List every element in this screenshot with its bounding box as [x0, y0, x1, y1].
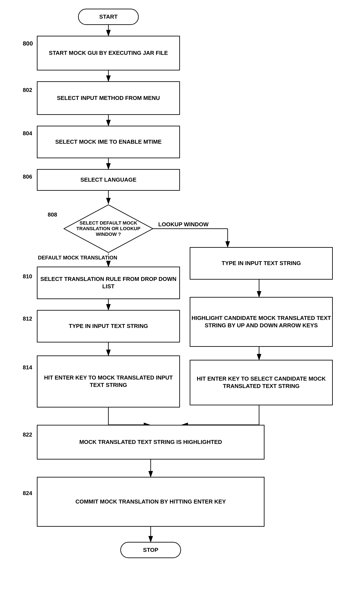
- node-812: TYPE IN INPUT TEXT STRING: [37, 310, 180, 342]
- label-814: 814: [23, 364, 32, 371]
- node-814: HIT ENTER KEY TO MOCK TRANSLATED INPUT T…: [37, 356, 180, 407]
- start-label: START: [99, 13, 118, 21]
- stop-label: STOP: [143, 546, 158, 554]
- label-802: 802: [23, 87, 32, 93]
- node-808-diamond-container: SELECT DEFAULT MOCK TRANSLATION OR LOOKU…: [63, 204, 154, 254]
- node-806: SELECT LANGUAGE: [37, 169, 180, 191]
- label-804: 804: [23, 130, 32, 137]
- stop-node: STOP: [120, 542, 181, 558]
- flowchart-diagram: START 800 START MOCK GUI BY EXECUTING JA…: [0, 0, 364, 603]
- node-804: SELECT MOCK IME TO ENABLE MTIME: [37, 126, 180, 158]
- label-822: 822: [23, 431, 32, 438]
- node-816: TYPE IN INPUT TEXT STRING: [190, 247, 333, 280]
- diamond-808-text: SELECT DEFAULT MOCK TRANSLATION OR LOOKU…: [69, 220, 147, 237]
- node-824: COMMIT MOCK TRANSLATION BY HITTING ENTER…: [37, 477, 264, 527]
- start-node: START: [78, 9, 139, 25]
- label-812: 812: [23, 315, 32, 322]
- label-800: 800: [23, 40, 33, 47]
- node-818: HIGHLIGHT CANDIDATE MOCK TRANSLATED TEXT…: [190, 297, 333, 347]
- label-810: 810: [23, 273, 32, 280]
- label-806: 806: [23, 174, 32, 180]
- node-820: HIT ENTER KEY TO SELECT CANDIDATE MOCK T…: [190, 360, 333, 405]
- default-label: DEFAULT MOCK TRANSLATION: [38, 255, 117, 261]
- lookup-label: LOOKUP WINDOW: [158, 221, 209, 228]
- node-800: START MOCK GUI BY EXECUTING JAR FILE: [37, 36, 180, 70]
- node-810: SELECT TRANSLATION RULE FROM DROP DOWN L…: [37, 267, 180, 299]
- node-802: SELECT INPUT METHOD FROM MENU: [37, 81, 180, 115]
- label-808: 808: [48, 211, 57, 218]
- node-822: MOCK TRANSLATED TEXT STRING IS HIGHLIGHT…: [37, 425, 264, 460]
- label-824: 824: [23, 490, 32, 497]
